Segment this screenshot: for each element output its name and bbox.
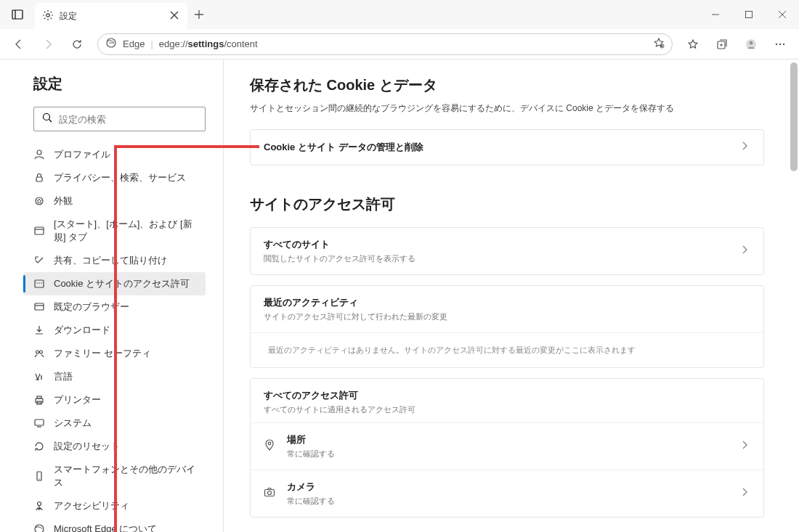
nav-icon bbox=[33, 348, 45, 359]
sidebar-item-0[interactable]: プロファイル bbox=[23, 143, 206, 166]
sidebar-item-12[interactable]: 設定のリセット bbox=[23, 435, 206, 458]
nav-icon bbox=[33, 500, 45, 512]
section-heading: サイトのアクセス許可 bbox=[250, 195, 764, 214]
sidebar-item-2[interactable]: 外観 bbox=[23, 189, 206, 213]
sidebar-item-5[interactable]: Cookie とサイトのアクセス許可 bbox=[23, 272, 206, 295]
nav-icon bbox=[33, 523, 45, 532]
nav-icon bbox=[33, 441, 45, 452]
edge-icon bbox=[105, 37, 117, 51]
svg-point-10 bbox=[776, 43, 777, 44]
svg-rect-16 bbox=[36, 177, 42, 181]
svg-line-14 bbox=[49, 120, 52, 123]
chevron-right-icon bbox=[739, 140, 750, 155]
sidebar-item-15[interactable]: Microsoft Edge について bbox=[23, 517, 206, 532]
nav-icon bbox=[33, 301, 45, 313]
tab-title: 設定 bbox=[60, 10, 77, 22]
collections-button[interactable] bbox=[709, 31, 735, 57]
svg-point-2 bbox=[46, 13, 49, 16]
chevron-right-icon bbox=[739, 439, 750, 454]
gear-icon bbox=[42, 9, 54, 23]
titlebar: 設定 bbox=[0, 0, 799, 29]
sidebar-item-8[interactable]: ファミリー セーフティ bbox=[23, 342, 206, 365]
settings-main: 保存された Cookie とデータ サイトとセッション間の継続的なブラウジングを… bbox=[224, 60, 799, 532]
close-tab-button[interactable] bbox=[169, 9, 180, 23]
nav-icon bbox=[33, 371, 45, 382]
svg-rect-18 bbox=[35, 227, 44, 234]
page-heading: 保存された Cookie とデータ bbox=[250, 75, 764, 95]
search-input[interactable] bbox=[59, 114, 198, 125]
sidebar-item-6[interactable]: 既定のブラウザー bbox=[23, 295, 206, 319]
svg-rect-20 bbox=[35, 280, 44, 287]
svg-point-37 bbox=[268, 442, 271, 445]
sidebar-item-14[interactable]: アクセシビリティ bbox=[23, 494, 206, 517]
page-subtitle: サイトとセッション間の継続的なブラウジングを容易にするために、デバイスに Coo… bbox=[250, 102, 764, 115]
new-tab-button[interactable] bbox=[187, 0, 211, 29]
sidebar-item-4[interactable]: 共有、コピーして貼り付け bbox=[23, 249, 206, 272]
forward-button[interactable] bbox=[35, 31, 61, 57]
maximize-button[interactable] bbox=[732, 0, 766, 29]
sidebar-item-10[interactable]: プリンター bbox=[23, 388, 206, 412]
nav-icon bbox=[33, 172, 45, 184]
nav-icon bbox=[33, 394, 45, 406]
profile-button[interactable] bbox=[738, 31, 764, 57]
svg-point-23 bbox=[41, 282, 42, 284]
nav-icon bbox=[33, 195, 45, 207]
nav-icon bbox=[33, 417, 45, 429]
favorites-button[interactable] bbox=[680, 31, 706, 57]
svg-rect-29 bbox=[37, 396, 41, 398]
svg-point-36 bbox=[35, 525, 44, 532]
svg-point-22 bbox=[38, 282, 40, 284]
refresh-button[interactable] bbox=[64, 31, 90, 57]
svg-rect-0 bbox=[12, 10, 23, 19]
nav-icon bbox=[33, 324, 45, 336]
chevron-right-icon bbox=[739, 486, 750, 501]
svg-point-35 bbox=[38, 502, 41, 506]
sidebar-item-1[interactable]: プライバシー、検索、サービス bbox=[23, 166, 206, 189]
svg-rect-4 bbox=[746, 12, 753, 18]
nav-icon bbox=[33, 149, 45, 160]
nav-icon bbox=[33, 225, 45, 237]
recent-activity-empty: 最近のアクティビティはありません。サイトのアクセス許可に対する最近の変更がここに… bbox=[251, 332, 763, 367]
svg-point-39 bbox=[268, 491, 272, 495]
camera-icon bbox=[264, 486, 277, 501]
svg-point-21 bbox=[36, 282, 38, 284]
sidebar-item-13[interactable]: スマートフォンとその他のデバイス bbox=[23, 458, 206, 494]
svg-point-12 bbox=[783, 43, 784, 44]
settings-search[interactable] bbox=[33, 107, 206, 131]
sidebar-item-11[interactable]: システム bbox=[23, 412, 206, 435]
nav-icon bbox=[33, 255, 45, 266]
minimize-button[interactable] bbox=[699, 0, 732, 29]
svg-point-26 bbox=[36, 351, 39, 353]
browser-tab[interactable]: 設定 bbox=[35, 3, 187, 29]
more-button[interactable] bbox=[767, 31, 793, 57]
cookie-card: Cookie とサイト データの管理と削除 bbox=[250, 129, 764, 165]
settings-sidebar: 設定 プロファイルプライバシー、検索、サービス外観[スタート]、[ホーム]、およ… bbox=[0, 60, 224, 532]
all-permissions-header: すべてのアクセス許可 すべてのサイトに適用されるアクセス許可 bbox=[251, 379, 763, 422]
favorites-star-icon[interactable] bbox=[653, 37, 665, 51]
svg-point-15 bbox=[37, 150, 41, 155]
sidebar-item-9[interactable]: 言語 bbox=[23, 365, 206, 388]
chevron-right-icon bbox=[739, 244, 750, 258]
svg-rect-38 bbox=[265, 490, 275, 496]
sidebar-item-3[interactable]: [スタート]、[ホーム]、および [新規] タブ bbox=[23, 213, 206, 249]
all-sites-row[interactable]: すべてのサイト 閲覧したサイトのアクセス許可を表示する bbox=[251, 228, 763, 274]
svg-point-13 bbox=[44, 114, 50, 120]
toolbar: Edge | edge://settings/content bbox=[0, 29, 799, 60]
back-button[interactable] bbox=[6, 31, 32, 57]
address-bar[interactable]: Edge | edge://settings/content bbox=[97, 33, 673, 55]
svg-rect-24 bbox=[35, 303, 44, 310]
scrollbar[interactable] bbox=[790, 62, 798, 171]
svg-point-34 bbox=[38, 478, 39, 479]
svg-point-9 bbox=[750, 41, 753, 44]
sidebar-title: 設定 bbox=[33, 74, 206, 94]
svg-point-11 bbox=[779, 43, 781, 44]
svg-point-27 bbox=[40, 351, 43, 353]
tab-actions-button[interactable] bbox=[0, 0, 35, 29]
sidebar-item-7[interactable]: ダウンロード bbox=[23, 319, 206, 342]
nav-icon bbox=[33, 278, 45, 290]
manage-cookies-row[interactable]: Cookie とサイト データの管理と削除 bbox=[251, 130, 763, 165]
permission-location[interactable]: 場所 常に確認する bbox=[251, 422, 763, 470]
permission-camera[interactable]: カメラ 常に確認する bbox=[251, 470, 763, 517]
location-icon bbox=[264, 439, 277, 454]
close-window-button[interactable] bbox=[766, 0, 799, 29]
